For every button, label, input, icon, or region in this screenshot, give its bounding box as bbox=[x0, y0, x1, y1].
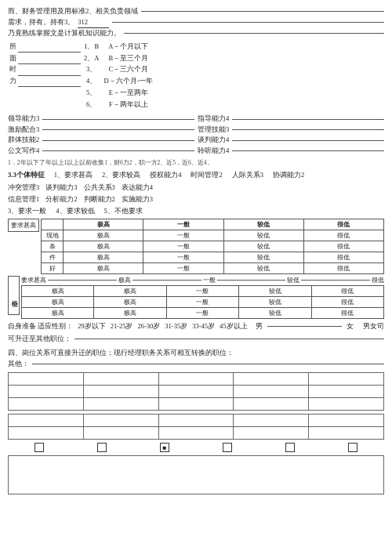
top-text2: 需求，持有。持有3。 bbox=[8, 17, 74, 28]
table-row: 极高 极高 一般 较低 很低 bbox=[22, 296, 384, 307]
cap-row4: 公文写作4 聆听能力4 bbox=[8, 146, 384, 157]
val-a6: F－两年以上 bbox=[102, 99, 154, 110]
th-dijiao: 较低 bbox=[223, 219, 303, 230]
line1 bbox=[141, 11, 384, 12]
feature-section: 要求甚高 极高 一般 较低 很低 现地 极高 bbox=[8, 219, 384, 274]
checkbox-item-3[interactable] bbox=[160, 443, 169, 452]
section33-row3: 信息管理1 分析能力2 判断能力2 实施能力3 bbox=[8, 194, 384, 205]
cell bbox=[158, 386, 234, 398]
individual-table-wrap: 要求甚高 极高 一般 较低 很低 极高 极高 一般 较低 很低 bbox=[21, 276, 384, 319]
cell bbox=[9, 398, 84, 411]
label-li: 力 bbox=[8, 75, 18, 87]
individual-feature-table: 极高 极高 一般 较低 很低 极高 极高 一般 较低 很低 极高 bbox=[21, 285, 384, 319]
individual-header: 要求甚高 极高 一般 较低 很低 bbox=[21, 276, 384, 284]
checkbox-item-2[interactable] bbox=[97, 443, 107, 452]
bottom-table-section bbox=[8, 372, 384, 440]
checkbox-item-4[interactable] bbox=[223, 443, 232, 452]
cell bbox=[9, 386, 84, 398]
cell bbox=[234, 427, 309, 440]
checkbox-3[interactable] bbox=[160, 443, 169, 452]
top-line1: 而、财务管理用及用标准2、相关负责领域 bbox=[8, 6, 384, 17]
bottom-secondary-table bbox=[8, 414, 384, 440]
promotion-row: 可升迁至其他职位： bbox=[8, 333, 384, 344]
cell bbox=[158, 398, 234, 411]
table-row: 极高 极高 一般 较低 很低 bbox=[22, 285, 384, 296]
cell bbox=[9, 427, 84, 440]
th-jigao: 极高 bbox=[64, 219, 143, 230]
ind-col4: 较低 bbox=[239, 285, 311, 296]
top-line2: 需求，持有。持有3。 312 bbox=[8, 17, 384, 29]
req-header-left: 要求甚高 bbox=[8, 219, 39, 232]
table-row bbox=[9, 415, 384, 427]
checkbox-item-1[interactable] bbox=[34, 443, 44, 452]
checkbox-2[interactable] bbox=[97, 443, 107, 452]
bottom-main-table bbox=[8, 372, 384, 411]
label-2a: 2、A bbox=[81, 53, 102, 64]
top-text3: 乃竟熟练掌握文是计算机知识能力。 bbox=[8, 28, 121, 39]
table-row bbox=[9, 398, 384, 411]
label-mian: 面 bbox=[8, 53, 18, 64]
line3 bbox=[124, 33, 384, 34]
cell bbox=[83, 415, 158, 427]
age-label-pre: 自身准备 适应性别： bbox=[8, 322, 73, 331]
checkbox-1[interactable] bbox=[34, 443, 44, 452]
table-row: 条 极高 一般 较低 很低 bbox=[42, 241, 384, 252]
val-a1: A－个月以下 bbox=[102, 41, 154, 53]
cell bbox=[9, 373, 84, 386]
th-empty bbox=[42, 219, 64, 230]
individual-vertical-label: 个特征 bbox=[8, 276, 20, 315]
val-li bbox=[18, 75, 81, 87]
val-a2: B－至三个月 bbox=[102, 53, 154, 64]
section33-row4: 3、要求一般 4、要求较低 5、不他要求 bbox=[8, 205, 384, 216]
table-row: 好 极高 一般 较低 很低 bbox=[42, 263, 384, 273]
section4: 四、岗位关系可直接升迁的职位；现行经理职务关系可相互转换的职位： 其他： bbox=[8, 347, 384, 369]
val-mian bbox=[18, 53, 81, 64]
checkbox-4[interactable] bbox=[223, 443, 232, 452]
checkbox-5[interactable] bbox=[285, 443, 295, 452]
label-1b: 1、B bbox=[81, 41, 102, 53]
checkbox-6[interactable] bbox=[348, 443, 358, 452]
cell bbox=[158, 373, 234, 386]
cell bbox=[309, 415, 384, 427]
individual-section: 个特征 要求甚高 极高 一般 较低 很低 极高 极高 一般 bbox=[8, 276, 384, 319]
th-yiban: 一般 bbox=[143, 219, 223, 230]
section4-other: 其他： bbox=[8, 359, 384, 370]
ind-col2: 极高 bbox=[94, 285, 166, 296]
val-shi bbox=[18, 63, 81, 75]
cell bbox=[83, 373, 158, 386]
ind-col1: 极高 bbox=[22, 285, 94, 296]
cell bbox=[309, 427, 384, 440]
row-label-tiao: 条 bbox=[42, 241, 64, 252]
table-row bbox=[9, 386, 384, 398]
top-text1: 而、财务管理用及用标准2、相关负责领域 bbox=[8, 6, 138, 17]
th-hendii: 很低 bbox=[303, 219, 383, 230]
section33-row2: 冲突管理3 谈判能力3 公共关系3 表达能力4 bbox=[8, 182, 384, 193]
cell bbox=[83, 386, 158, 398]
val-a3: C－三六个月 bbox=[102, 63, 154, 75]
ind-col5: 很低 bbox=[311, 285, 383, 296]
cap-row2: 激励配合3 管理技能3 bbox=[8, 125, 384, 136]
cell bbox=[83, 398, 158, 411]
cell bbox=[309, 386, 384, 398]
cap-row1: 领导能力3 指导能力4 bbox=[8, 114, 384, 125]
ind-col3: 一般 bbox=[166, 285, 238, 296]
checkbox-item-6[interactable] bbox=[348, 443, 358, 452]
cell bbox=[309, 373, 384, 386]
table-row: 件 极高 一般 较低 很低 bbox=[42, 252, 384, 263]
cell bbox=[309, 398, 384, 411]
section4-text: 四、岗位关系可直接升迁的职位；现行经理职务关系可相互转换的职位： bbox=[8, 347, 384, 358]
cell bbox=[83, 427, 158, 440]
checkbox-item-5[interactable] bbox=[285, 443, 295, 452]
val-a4: D－六个月-一年 bbox=[102, 75, 154, 87]
field-312: 312 bbox=[78, 17, 109, 29]
val-a5: E－一至两年 bbox=[102, 87, 154, 99]
row-label-jian: 件 bbox=[42, 252, 64, 263]
cell bbox=[234, 398, 309, 411]
line2 bbox=[112, 22, 384, 23]
bottom-note: 1．2年以下了年以上1以上以前收集1，财6力2，职一方2、近5，近6、近4。 bbox=[8, 158, 384, 167]
label-4: 4、 bbox=[81, 75, 102, 87]
age-row: 自身准备 适应性别： 29岁以下 21-25岁 26-30岁 31-35岁 33… bbox=[8, 322, 384, 331]
cap-row3: 群体技能2 谈判能力4 bbox=[8, 135, 384, 146]
label-3: 3、 bbox=[81, 63, 102, 75]
label-6: 6、 bbox=[81, 99, 102, 110]
